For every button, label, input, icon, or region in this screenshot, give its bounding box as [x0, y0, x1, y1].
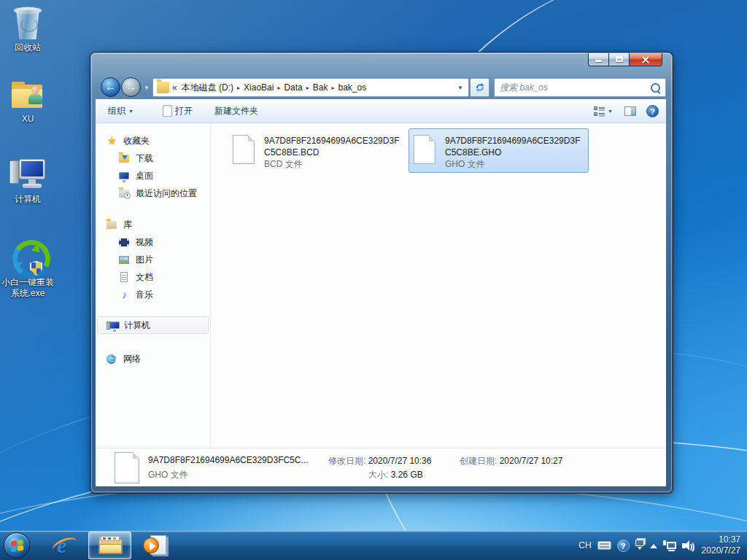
breadcrumb-separator-icon[interactable]: ▸	[304, 85, 311, 91]
videos-icon	[118, 236, 131, 248]
clock-date: 2020/7/27	[702, 545, 740, 556]
taskbar: e CH ? 10:37 2020/7/27	[0, 531, 747, 560]
breadcrumb-xiaobai[interactable]: XiaoBai	[242, 82, 275, 93]
sidebar-item-recent-places[interactable]: 最近访问的位置	[96, 184, 210, 202]
keyboard-icon[interactable]	[597, 541, 611, 550]
search-placeholder: 搜索 bak_os	[500, 82, 548, 94]
breadcrumb-bak-os[interactable]: bak_os	[337, 82, 368, 93]
taskbar-ie-button[interactable]: e	[53, 534, 77, 557]
taskbar-media-player-button[interactable]	[143, 534, 168, 556]
address-dropdown-icon[interactable]: ▼	[457, 85, 465, 91]
recycle-bin-icon	[12, 4, 44, 41]
forward-button[interactable]: →	[121, 77, 141, 97]
file-page-icon	[115, 452, 139, 483]
search-box[interactable]: 搜索 bak_os	[494, 78, 666, 97]
new-folder-button[interactable]: 新建文件夹	[209, 102, 263, 120]
navigation-bar: ← → ▼ « 本地磁盘 (D:) ▸ XiaoBai ▸ Data ▸ Bak…	[96, 76, 666, 99]
desktop-icon-recycle-bin[interactable]: 回收站	[0, 4, 55, 53]
file-item-gho-selected[interactable]: 9A7D8F8F21694699A6CE329D3F C5C8BE.GHO GH…	[409, 128, 589, 173]
details-created: 创建日期: 2020/7/27 10:27	[460, 455, 562, 467]
details-filename: 9A7D8F8F21694699A6CE329D3FC5C...	[148, 455, 308, 465]
details-modified: 修改日期: 2020/7/27 10:36	[328, 455, 431, 467]
command-toolbar: 组织 ▼ 打开 新建文件夹 ▼ ?	[96, 99, 666, 123]
chevron-down-icon: ▼	[608, 109, 613, 114]
desktop-icon-label: 回收站	[0, 42, 55, 53]
explorer-folder-icon	[98, 537, 123, 555]
open-button[interactable]: 打开	[158, 102, 198, 120]
sidebar-item-desktop[interactable]: 桌面	[96, 167, 210, 184]
toolbar-right-group: ▼ ?	[592, 105, 666, 117]
file-type: GHO 文件	[445, 158, 580, 170]
network-globe-icon	[106, 353, 118, 365]
window-caption-buttons	[588, 53, 662, 66]
details-filetype: GHO 文件	[148, 469, 188, 481]
recent-places-icon	[118, 187, 131, 199]
ime-toolbar-icon[interactable]	[635, 540, 644, 552]
sidebar-item-videos[interactable]: 视频	[96, 233, 210, 251]
folder-icon	[157, 82, 169, 93]
volume-icon[interactable]	[682, 540, 694, 551]
desktop-icon-label: 小白一键重装系统.exe	[0, 277, 55, 299]
star-icon: ★	[106, 135, 118, 147]
downloads-icon	[118, 152, 131, 164]
refresh-button[interactable]	[470, 78, 489, 97]
ime-help-icon[interactable]: ?	[617, 540, 630, 552]
network-tray-icon[interactable]	[663, 540, 676, 551]
taskbar-explorer-button-active[interactable]	[88, 532, 131, 559]
clock[interactable]: 10:37 2020/7/27	[702, 534, 740, 556]
file-item-bcd[interactable]: 9A7D8F8F21694699A6CE329D3F C5C8BE.BCD BC…	[228, 128, 408, 173]
breadcrumb-data[interactable]: Data	[282, 82, 303, 93]
breadcrumb-drive[interactable]: 本地磁盘 (D:)	[180, 82, 235, 94]
music-note-icon: ♪	[118, 289, 131, 300]
sidebar-item-computer[interactable]: 计算机	[97, 316, 209, 334]
close-button[interactable]	[630, 53, 662, 66]
clock-time: 10:37	[702, 534, 740, 545]
sidebar-item-music[interactable]: ♪ 音乐	[96, 286, 210, 303]
organize-button[interactable]: 组织 ▼	[103, 102, 139, 120]
computer-small-icon	[107, 319, 119, 331]
refresh-icon	[475, 82, 485, 93]
desktop-icon-xiaobai-exe[interactable]: 小白一键重装系统.exe	[0, 238, 55, 299]
sidebar-item-libraries[interactable]: 库	[96, 216, 210, 233]
computer-icon	[9, 158, 47, 192]
breadcrumb-separator-icon[interactable]: ▸	[275, 85, 282, 91]
language-indicator[interactable]: CH	[578, 540, 591, 551]
sidebar-item-documents[interactable]: 文档	[96, 268, 210, 286]
views-icon	[594, 106, 605, 116]
file-name-line1: 9A7D8F8F21694699A6CE329D3F	[264, 135, 399, 147]
breadcrumb-bak[interactable]: Bak	[311, 82, 330, 93]
preview-pane-button[interactable]	[624, 106, 636, 116]
change-view-button[interactable]: ▼	[592, 105, 614, 117]
desktop-icon-computer[interactable]: 计算机	[0, 158, 55, 205]
back-button[interactable]: ←	[101, 77, 120, 97]
file-name-line2: C5C8BE.BCD	[264, 147, 399, 158]
file-type: BCD 文件	[264, 158, 399, 170]
minimize-icon	[595, 60, 602, 62]
search-icon[interactable]	[651, 83, 660, 93]
window-body: ★ 收藏夹 下载 桌面 最近访问的位置 库	[96, 123, 666, 448]
sidebar-item-network[interactable]: 网络	[96, 350, 210, 368]
sidebar-item-downloads[interactable]: 下载	[96, 149, 210, 167]
details-size: 大小: 3.26 GB	[368, 469, 423, 481]
explorer-window: ← → ▼ « 本地磁盘 (D:) ▸ XiaoBai ▸ Data ▸ Bak…	[90, 52, 673, 493]
sidebar-item-pictures[interactable]: 图片	[96, 251, 210, 268]
maximize-icon	[616, 56, 623, 62]
help-button[interactable]: ?	[646, 105, 659, 117]
desktop-icon-xu-folder[interactable]: XU	[0, 80, 55, 125]
details-pane: 9A7D8F8F21694699A6CE329D3FC5C... GHO 文件 …	[96, 448, 666, 486]
start-button[interactable]	[4, 532, 30, 559]
minimize-button[interactable]	[588, 53, 609, 66]
breadcrumb-overflow[interactable]: «	[172, 82, 177, 93]
system-tray: CH ? 10:37 2020/7/27	[578, 531, 747, 560]
sidebar-item-favorites[interactable]: ★ 收藏夹	[96, 132, 210, 149]
breadcrumb-separator-icon[interactable]: ▸	[235, 85, 242, 91]
address-bar[interactable]: « 本地磁盘 (D:) ▸ XiaoBai ▸ Data ▸ Bak ▸ bak…	[152, 78, 469, 97]
windows-logo-icon	[11, 540, 24, 553]
breadcrumb-separator-icon[interactable]: ▸	[329, 85, 336, 91]
desktop-icon-label: XU	[0, 114, 55, 125]
recent-pages-dropdown-icon[interactable]: ▼	[144, 85, 150, 91]
show-hidden-icons-button[interactable]	[650, 540, 657, 548]
documents-icon	[118, 271, 131, 283]
file-page-icon	[414, 135, 436, 164]
maximize-button[interactable]	[609, 53, 630, 66]
